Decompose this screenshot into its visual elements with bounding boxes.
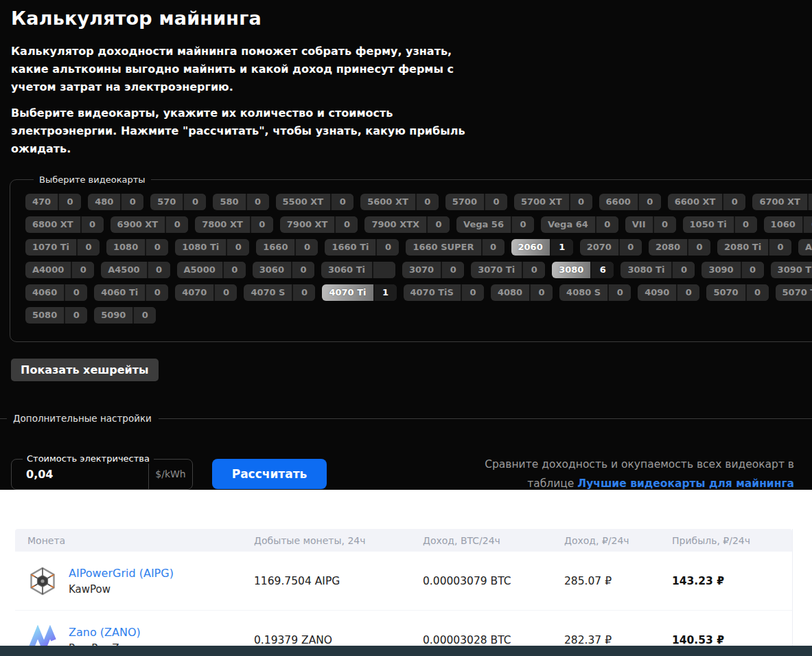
- gpu-button-5700[interactable]: 57000: [445, 194, 507, 210]
- gpu-label-a2000[interactable]: A2000: [798, 239, 812, 256]
- gpu-button-7800-xt[interactable]: 7800 XT0: [195, 216, 273, 233]
- gpu-count-5070[interactable]: 0: [745, 284, 769, 301]
- gpu-count-1660[interactable]: 0: [294, 239, 318, 256]
- electricity-cost-input[interactable]: 0,04: [12, 460, 148, 489]
- gpu-button-1080-ti[interactable]: 1080 Ti0: [175, 239, 249, 256]
- gpu-button-2070[interactable]: 20700: [580, 239, 642, 256]
- gpu-count-3070-ti[interactable]: 0: [522, 262, 545, 278]
- gpu-button-1060[interactable]: 10600: [764, 216, 812, 233]
- gpu-button-4080-s[interactable]: 4080 S0: [559, 284, 631, 301]
- gpu-button-5600-xt[interactable]: 5600 XT0: [360, 194, 439, 210]
- gpu-count-1070-ti[interactable]: 0: [76, 239, 100, 256]
- gpu-label-4060[interactable]: 4060: [25, 284, 64, 301]
- gpu-button-6700-xt[interactable]: 6700 XT0: [752, 194, 812, 210]
- gpu-count-3090[interactable]: 0: [741, 262, 764, 278]
- gpu-label-4080[interactable]: 4080: [491, 284, 529, 301]
- gpu-count-2080[interactable]: 0: [687, 239, 710, 256]
- gpu-button-4090[interactable]: 40900: [638, 284, 699, 301]
- gpu-count-4080[interactable]: 0: [529, 284, 553, 301]
- gpu-label-4070-ti[interactable]: 4070 Ti: [322, 284, 373, 301]
- gpu-count-2060[interactable]: 1: [550, 239, 573, 256]
- gpu-count-1060[interactable]: 0: [802, 216, 812, 233]
- gpu-label-4060-ti[interactable]: 4060 Ti: [94, 284, 145, 301]
- gpu-count-7900-xt[interactable]: 0: [334, 216, 358, 233]
- gpu-button-1050-ti[interactable]: 1050 Ti0: [683, 216, 757, 233]
- gpu-count-5700[interactable]: 0: [484, 194, 507, 210]
- gpu-label-4080-s[interactable]: 4080 S: [559, 284, 607, 301]
- gpu-button-5070-ti[interactable]: 5070 Ti0: [776, 284, 812, 301]
- gpu-button-5500-xt[interactable]: 5500 XT0: [276, 194, 354, 210]
- gpu-label-6900-xt[interactable]: 6900 XT: [111, 216, 165, 233]
- gpu-label-480[interactable]: 480: [88, 194, 120, 210]
- gpu-label-6700-xt[interactable]: 6700 XT: [752, 194, 807, 210]
- gpu-label-1080-ti[interactable]: 1080 Ti: [175, 239, 226, 256]
- gpu-label-5500-xt[interactable]: 5500 XT: [276, 194, 331, 210]
- gpu-button-6600-xt[interactable]: 6600 XT0: [668, 194, 746, 210]
- gpu-button-3070-ti[interactable]: 3070 Ti0: [471, 262, 545, 278]
- gpu-label-3090-ti[interactable]: 3090 Ti: [771, 262, 812, 278]
- gpu-label-5600-xt[interactable]: 5600 XT: [360, 194, 415, 210]
- gpu-count-4090[interactable]: 0: [676, 284, 699, 301]
- gpu-label-5700[interactable]: 5700: [445, 194, 484, 210]
- gpu-button-2060[interactable]: 20601: [511, 239, 573, 256]
- electricity-cost-field[interactable]: Стоимость электричества 0,04 $/kWh: [11, 459, 193, 490]
- gpu-count-6600[interactable]: 0: [638, 194, 661, 210]
- gpu-count-4070-ti[interactable]: 1: [373, 284, 397, 301]
- gpu-button-1660-super[interactable]: 1660 SUPER0: [406, 239, 504, 256]
- gpu-label-570[interactable]: 570: [150, 194, 183, 210]
- gpu-button-1660[interactable]: 16600: [256, 239, 318, 256]
- gpu-count-3080[interactable]: 6: [590, 262, 614, 278]
- gpu-label-a5000[interactable]: A5000: [177, 262, 222, 278]
- gpu-button-3060[interactable]: 30600: [253, 262, 314, 278]
- gpu-button-4060[interactable]: 40600: [25, 284, 87, 301]
- gpu-count-4070-s[interactable]: 0: [292, 284, 315, 301]
- gpu-button-6900-xt[interactable]: 6900 XT0: [111, 216, 189, 233]
- gpu-count-6900-xt[interactable]: 0: [165, 216, 188, 233]
- gpu-label-4070-tis[interactable]: 4070 TiS: [404, 284, 461, 301]
- gpu-button-a4500[interactable]: A45000: [101, 262, 170, 278]
- gpu-label-1070-ti[interactable]: 1070 Ti: [25, 239, 76, 256]
- gpu-button-4070-ti[interactable]: 4070 Ti1: [322, 284, 396, 301]
- gpu-button-3080[interactable]: 30806: [552, 262, 614, 278]
- gpu-count-5080[interactable]: 0: [64, 307, 87, 324]
- gpu-button-4060-ti[interactable]: 4060 Ti0: [94, 284, 168, 301]
- gpu-button-4070-s[interactable]: 4070 S0: [244, 284, 315, 301]
- gpu-button-vii[interactable]: VII0: [625, 216, 676, 233]
- gpu-label-4090[interactable]: 4090: [638, 284, 676, 301]
- gpu-label-4070[interactable]: 4070: [175, 284, 213, 301]
- gpu-count-3080-ti[interactable]: 0: [671, 262, 695, 278]
- gpu-label-5700-xt[interactable]: 5700 XT: [514, 194, 569, 210]
- gpu-button-6800-xt[interactable]: 6800 XT0: [25, 216, 104, 233]
- gpu-label-3060-ti[interactable]: 3060 Ti: [321, 262, 372, 278]
- gpu-count-4060-ti[interactable]: 0: [145, 284, 168, 301]
- gpu-label-3060[interactable]: 3060: [253, 262, 291, 278]
- gpu-label-5070[interactable]: 5070: [706, 284, 745, 301]
- gpu-label-vii[interactable]: VII: [625, 216, 653, 233]
- gpu-label-vega-56[interactable]: Vega 56: [456, 216, 511, 233]
- gpu-label-1660-ti[interactable]: 1660 Ti: [325, 239, 375, 256]
- gpu-label-6800-xt[interactable]: 6800 XT: [25, 216, 80, 233]
- gpu-button-1070-ti[interactable]: 1070 Ti0: [25, 239, 100, 256]
- gpu-label-580[interactable]: 580: [213, 194, 245, 210]
- gpu-count-1050-ti[interactable]: 0: [734, 216, 757, 233]
- gpu-label-1050-ti[interactable]: 1050 Ti: [683, 216, 734, 233]
- gpu-count-2080-ti[interactable]: 0: [768, 239, 791, 256]
- gpu-button-a2000[interactable]: A20000: [798, 239, 812, 256]
- gpu-label-a4000[interactable]: A4000: [25, 262, 71, 278]
- gpu-count-2070[interactable]: 0: [618, 239, 642, 256]
- gpu-count-1080[interactable]: 0: [145, 239, 168, 256]
- gpu-button-1080[interactable]: 10800: [106, 239, 168, 256]
- gpu-label-vega-64[interactable]: Vega 64: [541, 216, 595, 233]
- gpu-count-4070[interactable]: 0: [213, 284, 237, 301]
- gpu-label-2070[interactable]: 2070: [580, 239, 618, 256]
- gpu-button-5080[interactable]: 50800: [25, 307, 87, 324]
- gpu-button-5700-xt[interactable]: 5700 XT0: [514, 194, 592, 210]
- gpu-label-3090[interactable]: 3090: [701, 262, 740, 278]
- gpu-button-2080[interactable]: 20800: [649, 239, 710, 256]
- gpu-count-vega-64[interactable]: 0: [595, 216, 618, 233]
- gpu-label-2080[interactable]: 2080: [649, 239, 687, 256]
- gpu-count-5600-xt[interactable]: 0: [415, 194, 439, 210]
- gpu-button-3080-ti[interactable]: 3080 Ti0: [620, 262, 695, 278]
- gpu-button-5090[interactable]: 50900: [94, 307, 156, 324]
- gpu-label-3080[interactable]: 3080: [552, 262, 590, 278]
